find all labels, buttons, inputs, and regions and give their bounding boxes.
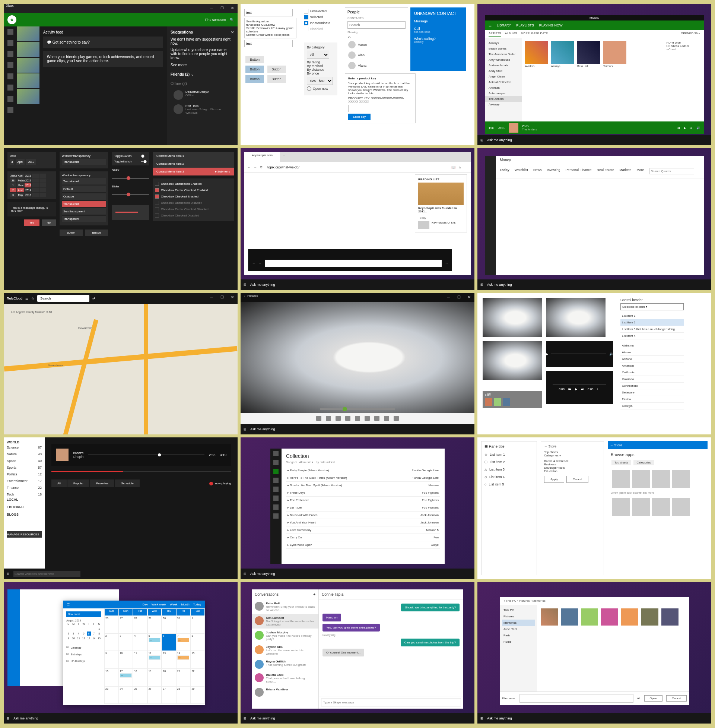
song[interactable]: Endless Ladder bbox=[668, 44, 689, 48]
contact-search[interactable] bbox=[347, 21, 406, 29]
search-input[interactable] bbox=[244, 9, 293, 17]
list-item[interactable]: Alaska bbox=[620, 349, 684, 356]
close-icon[interactable]: ✕ bbox=[227, 293, 238, 301]
favorite-icon[interactable]: ☆ bbox=[459, 165, 462, 169]
cat-row[interactable]: Sports57 bbox=[7, 464, 42, 471]
reading-item-title[interactable]: Keynotopia was founded in 2011... bbox=[418, 206, 464, 213]
file-thumb[interactable] bbox=[601, 609, 618, 625]
list-item[interactable]: Colorado bbox=[620, 376, 684, 383]
menu-icon[interactable]: ⋯ bbox=[465, 165, 468, 169]
artist-item[interactable]: Andrew Judah bbox=[485, 63, 522, 68]
nav-item[interactable]: Paris bbox=[502, 632, 535, 639]
price-select[interactable]: $25 - $60 bbox=[307, 77, 333, 85]
new-tab-icon[interactable]: + bbox=[280, 152, 288, 162]
nav-item[interactable]: Home bbox=[502, 639, 535, 645]
artist-item[interactable]: Airways bbox=[485, 40, 522, 46]
settings-icon[interactable] bbox=[8, 107, 14, 113]
list-item[interactable]: ◇ List item 4 bbox=[484, 473, 534, 480]
album[interactable]: Aviators bbox=[525, 41, 548, 68]
transparency-select[interactable]: Translucent bbox=[62, 159, 106, 165]
toggle-switch[interactable]: ⬤─ bbox=[141, 154, 147, 158]
breadcrumb[interactable]: This PC › Pictures › Memories bbox=[506, 599, 546, 603]
search-icon[interactable]: 🔍 bbox=[230, 18, 234, 22]
nav-icon[interactable] bbox=[8, 62, 14, 68]
fullscreen-icon[interactable]: ⛶ bbox=[597, 387, 600, 391]
conversation[interactable]: Dakota LackThat person that I was talkin… bbox=[252, 671, 318, 686]
start-icon[interactable]: ⊞ bbox=[7, 572, 10, 575]
category[interactable]: Developer tools bbox=[544, 466, 601, 470]
url-input[interactable] bbox=[266, 164, 448, 171]
cortana-input[interactable]: Ask me anything bbox=[487, 283, 512, 287]
start-icon[interactable]: ⊞ bbox=[244, 716, 246, 720]
cancel-button[interactable]: Cancel bbox=[566, 476, 588, 483]
list-item[interactable]: Arizona bbox=[620, 356, 684, 362]
friend-row[interactable]: Deductive Daisy9Offline bbox=[170, 88, 234, 102]
video-player[interactable]: ▶🔊 bbox=[546, 341, 613, 367]
back-icon[interactable]: ← bbox=[544, 444, 548, 448]
close-icon[interactable]: ✕ bbox=[231, 30, 234, 34]
cal-checkbox[interactable]: ☑ Calendar bbox=[66, 644, 101, 651]
music-icon[interactable] bbox=[273, 469, 279, 474]
album[interactable]: Torrents bbox=[603, 41, 626, 68]
file-thumb[interactable] bbox=[621, 609, 638, 625]
forward-icon[interactable]: → bbox=[258, 261, 262, 265]
tab[interactable]: Real Estate bbox=[597, 168, 614, 174]
close-icon[interactable]: ✕ bbox=[464, 293, 474, 301]
song-row[interactable]: ▸ You And Your HeartJack Johnson bbox=[286, 519, 440, 526]
video-player-full[interactable]: 0:00⏮▶⏭0:00⛶ bbox=[546, 371, 613, 404]
image-thumb[interactable] bbox=[483, 341, 542, 380]
cal-checkbox[interactable]: ☑ US Holidays bbox=[66, 658, 101, 664]
suggestion[interactable]: Seattle Seahawks 2014 away game schedule bbox=[246, 26, 294, 33]
new-icon[interactable]: + bbox=[313, 592, 315, 597]
close-icon[interactable]: ✕ bbox=[227, 4, 238, 12]
song-row[interactable]: ▸ The PretenderFoo Fighters bbox=[286, 497, 440, 504]
tab[interactable]: Schedule bbox=[115, 479, 139, 487]
start-icon[interactable]: ⊞ bbox=[244, 427, 246, 431]
reading-thumb[interactable] bbox=[418, 183, 464, 205]
tab[interactable]: Markets bbox=[619, 168, 631, 174]
suggestion[interactable]: fanatikbike US/Latffrw bbox=[246, 23, 294, 26]
option[interactable]: Transparent bbox=[62, 216, 106, 222]
artist-item[interactable]: Amy Winehouse bbox=[485, 57, 522, 63]
list-item[interactable]: Connecticut bbox=[620, 383, 684, 389]
month-grid[interactable]: SunMonTueWedThuFriSat 2627282930311 2345… bbox=[104, 609, 205, 704]
yes-button[interactable]: Yes bbox=[24, 219, 39, 226]
contact-row[interactable]: Aaron bbox=[345, 39, 408, 50]
read-icon[interactable]: 📖 bbox=[451, 165, 456, 169]
category-select[interactable]: All bbox=[307, 51, 329, 59]
list-item-selected[interactable]: List item 2 bbox=[620, 319, 684, 326]
song-row[interactable]: ▸ Eyes Wide OpenGotye bbox=[286, 541, 440, 549]
checkbox[interactable]: Checkbox Partial Checked Enabled bbox=[155, 187, 232, 193]
undo-icon[interactable] bbox=[384, 416, 389, 421]
cortana-input[interactable]: Ask me anything bbox=[250, 283, 275, 287]
artist-item[interactable]: Andy Stott bbox=[485, 68, 522, 74]
back-icon[interactable]: ← bbox=[610, 443, 613, 447]
eraser-icon[interactable] bbox=[365, 416, 370, 421]
progress-bar[interactable] bbox=[88, 455, 204, 455]
file-thumb[interactable] bbox=[541, 609, 558, 625]
see-more-link[interactable]: See more bbox=[170, 63, 234, 67]
search-input[interactable] bbox=[14, 571, 80, 577]
apply-button[interactable]: Apply bbox=[544, 476, 564, 483]
link[interactable]: Categories bbox=[544, 454, 559, 457]
new-event-button[interactable]: New event bbox=[66, 612, 101, 617]
find-link[interactable]: Find someone bbox=[205, 18, 226, 22]
tab[interactable]: Favorites bbox=[90, 479, 114, 487]
next-icon[interactable]: ⏭ bbox=[690, 126, 692, 130]
song[interactable]: Drift Dive bbox=[668, 41, 681, 44]
button-primary[interactable]: Button bbox=[246, 75, 264, 83]
brush-icon[interactable] bbox=[355, 416, 360, 421]
artist-item[interactable]: The American Dollar bbox=[485, 51, 522, 57]
artist-item[interactable]: Antemasque bbox=[485, 91, 522, 96]
contact-row[interactable]: Alana bbox=[345, 60, 408, 71]
next-icon[interactable]: ⏭ bbox=[581, 387, 584, 391]
list-item[interactable]: Arkansas bbox=[620, 362, 684, 369]
filename-input[interactable] bbox=[519, 694, 633, 703]
hamburger-icon[interactable]: ☰ bbox=[484, 444, 488, 449]
up-icon[interactable]: ↑ bbox=[504, 599, 505, 603]
app-tile[interactable] bbox=[632, 498, 650, 516]
max-icon[interactable]: ☐ bbox=[454, 293, 464, 301]
prev-icon[interactable]: ⏮ bbox=[568, 387, 571, 391]
back-icon[interactable]: ← bbox=[244, 295, 246, 298]
view-tab[interactable]: Day bbox=[142, 603, 148, 606]
